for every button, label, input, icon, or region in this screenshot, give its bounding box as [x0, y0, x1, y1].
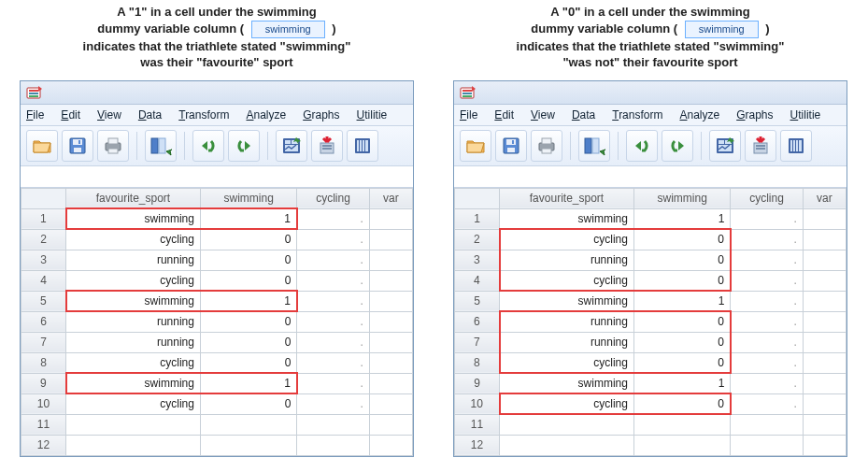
cell-cyc[interactable]: [297, 414, 369, 435]
cell-swim[interactable]: 0: [200, 311, 296, 332]
menu-view[interactable]: View: [531, 108, 555, 122]
menu-data[interactable]: Data: [572, 108, 595, 122]
menu-graphs[interactable]: Graphs: [736, 108, 773, 122]
row-header[interactable]: 7: [455, 332, 500, 352]
cell-sport[interactable]: swimming: [66, 373, 201, 393]
cell-var[interactable]: [369, 291, 412, 311]
cell-cyc[interactable]: .: [297, 352, 369, 373]
row-header[interactable]: 8: [21, 352, 66, 373]
table-row[interactable]: 2cycling0.: [21, 229, 413, 250]
cell-cyc[interactable]: .: [297, 208, 369, 229]
print-icon[interactable]: [531, 130, 562, 162]
row-header[interactable]: 3: [21, 250, 66, 270]
row-header[interactable]: 12: [455, 435, 500, 455]
row-header[interactable]: 2: [455, 229, 500, 250]
data-grid[interactable]: favourite_sportswimmingcyclingvar1swimmi…: [21, 188, 413, 456]
row-header[interactable]: 12: [21, 435, 66, 455]
cell-sport[interactable]: swimming: [66, 291, 201, 311]
cell-var[interactable]: [803, 250, 846, 270]
row-header[interactable]: 1: [21, 208, 66, 229]
cell-swim[interactable]: 0: [200, 270, 296, 291]
cell-swim[interactable]: 0: [200, 352, 296, 373]
table-row[interactable]: 6running0.: [21, 311, 413, 332]
cell-var[interactable]: [369, 229, 412, 250]
row-header[interactable]: 6: [455, 311, 500, 332]
cell-var[interactable]: [803, 332, 846, 352]
redo-icon[interactable]: [662, 130, 693, 162]
cell-var[interactable]: [369, 414, 412, 435]
row-header[interactable]: 11: [455, 414, 500, 435]
cell-sport[interactable]: swimming: [500, 373, 634, 393]
cell-swim[interactable]: [633, 414, 730, 435]
menu-utilitie[interactable]: Utilitie: [357, 108, 388, 122]
insert-icon[interactable]: [780, 130, 812, 162]
cell-cyc[interactable]: .: [297, 373, 369, 393]
cell-cyc[interactable]: .: [731, 393, 803, 414]
menu-graphs[interactable]: Graphs: [303, 108, 339, 122]
table-row[interactable]: 5swimming1.: [21, 291, 413, 311]
cell-var[interactable]: [803, 414, 846, 435]
cell-sport[interactable]: swimming: [66, 208, 201, 229]
cell-var[interactable]: [803, 393, 846, 414]
table-row[interactable]: 4cycling0.: [21, 270, 413, 291]
chart-icon[interactable]: [276, 130, 307, 162]
row-header[interactable]: 9: [21, 373, 66, 393]
cell-cyc[interactable]: [731, 435, 803, 455]
undo-icon[interactable]: [192, 130, 224, 162]
table-row[interactable]: 4cycling0.: [455, 270, 847, 291]
cell-sport[interactable]: [66, 414, 201, 435]
cell-sport[interactable]: [66, 435, 201, 455]
cell-cyc[interactable]: .: [731, 291, 803, 311]
cell-cyc[interactable]: .: [297, 291, 369, 311]
insert-icon[interactable]: [347, 130, 378, 162]
cell-cyc[interactable]: [731, 414, 803, 435]
print-icon[interactable]: [97, 130, 129, 162]
cell-swim[interactable]: [200, 414, 296, 435]
table-row[interactable]: 1swimming1.: [21, 208, 413, 229]
col-corner[interactable]: [455, 188, 500, 208]
menu-transform[interactable]: Transform: [612, 108, 662, 122]
cell-var[interactable]: [369, 250, 412, 270]
cell-swim[interactable]: 1: [200, 208, 296, 229]
cell-swim[interactable]: 0: [200, 393, 296, 414]
cell-var[interactable]: [369, 208, 412, 229]
cell-sport[interactable]: running: [500, 311, 634, 332]
row-header[interactable]: 6: [21, 311, 66, 332]
table-row[interactable]: 10cycling0.: [21, 393, 413, 414]
cell-swim[interactable]: 0: [633, 311, 730, 332]
cell-sport[interactable]: swimming: [500, 291, 634, 311]
table-row[interactable]: 9swimming1.: [455, 373, 847, 393]
redo-icon[interactable]: [228, 130, 260, 162]
menu-view[interactable]: View: [97, 108, 121, 122]
table-row[interactable]: 7running0.: [21, 332, 413, 352]
row-header[interactable]: 2: [21, 229, 66, 250]
row-header[interactable]: 3: [455, 250, 500, 270]
col-c4[interactable]: var: [803, 188, 846, 208]
goto-case-icon[interactable]: [578, 130, 610, 162]
table-row[interactable]: 12: [455, 435, 847, 455]
row-header[interactable]: 5: [455, 291, 500, 311]
row-header[interactable]: 11: [21, 414, 66, 435]
cell-var[interactable]: [803, 229, 846, 250]
cell-sport[interactable]: cycling: [500, 270, 634, 291]
table-row[interactable]: 5swimming1.: [455, 291, 847, 311]
menu-file[interactable]: File: [26, 108, 44, 122]
cell-cyc[interactable]: [297, 435, 369, 455]
cell-swim[interactable]: 0: [633, 352, 730, 373]
cell-cyc[interactable]: .: [731, 311, 803, 332]
cell-var[interactable]: [369, 373, 412, 393]
cell-swim[interactable]: 0: [633, 229, 730, 250]
cell-cyc[interactable]: .: [731, 270, 803, 291]
cell-sport[interactable]: running: [500, 332, 634, 352]
cell-sport[interactable]: [500, 435, 634, 455]
table-row[interactable]: 3running0.: [455, 250, 847, 270]
col-c3[interactable]: cycling: [297, 188, 369, 208]
cell-var[interactable]: [369, 352, 412, 373]
cell-swim[interactable]: [200, 435, 296, 455]
table-row[interactable]: 3running0.: [21, 250, 413, 270]
cell-sport[interactable]: cycling: [66, 229, 201, 250]
table-row[interactable]: 8cycling0.: [21, 352, 413, 373]
row-header[interactable]: 4: [455, 270, 500, 291]
table-row[interactable]: 11: [455, 414, 847, 435]
cell-sport[interactable]: running: [66, 332, 201, 352]
